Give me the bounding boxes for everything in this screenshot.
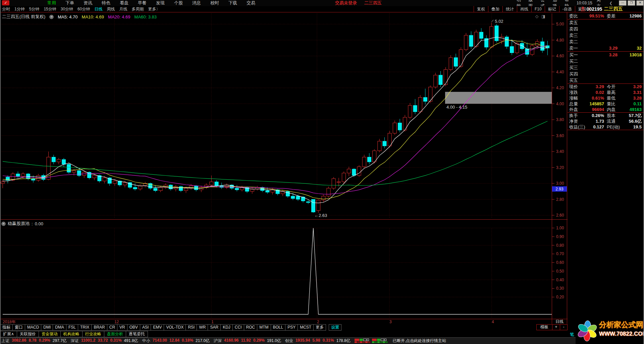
maximize-button[interactable]: ❐ [628, 0, 635, 6]
tab-zijin[interactable]: 资金驱动 [39, 331, 61, 337]
tab-settings[interactable]: 设置 [329, 324, 341, 331]
svg-text:4.00 - 4.15: 4.00 - 4.15 [446, 105, 467, 110]
tab-macd[interactable]: MACD [25, 324, 41, 331]
weibi-row: 委比 99.51% 委差 12986 [568, 13, 643, 19]
template-button[interactable]: 模板 [536, 324, 552, 330]
tab-cr[interactable]: CR [107, 324, 117, 331]
svg-text:0.90: 0.90 [556, 234, 564, 239]
svg-text:4: 4 [492, 320, 494, 324]
svg-text:←2.63: ←2.63 [314, 213, 327, 218]
tab-voltdx[interactable]: VOL-TDX [164, 324, 186, 331]
tab-dma[interactable]: DMA [53, 324, 66, 331]
tab-asi[interactable]: ASI [140, 324, 151, 331]
index-hushen[interactable]: 沪深4160.9611.920.29%191.0亿 [214, 338, 281, 344]
indicator-sep: : [32, 221, 33, 226]
tab-wr[interactable]: WR [197, 324, 208, 331]
site-logo: 分析家公式网 WWW.70822.COM [576, 319, 643, 344]
minimize-button[interactable]: — [619, 0, 627, 6]
svg-text:4.60: 4.60 [556, 54, 564, 58]
quote-panel: 委比 99.51% 委差 12986 卖五 卖四 卖三 卖二 卖一3.2932 … [568, 13, 643, 142]
sell-row-1[interactable]: 卖一3.2932 [568, 45, 643, 51]
split-pane-icon[interactable]: ◨ [541, 14, 545, 19]
tab-brar[interactable]: BRAR [91, 324, 107, 331]
svg-text:4.80: 4.80 [556, 38, 564, 43]
svg-text:3.00: 3.00 [556, 181, 564, 186]
tab-obv[interactable]: OBV [127, 324, 140, 331]
buy-row-5[interactable]: 买五 [568, 77, 643, 83]
tab-fsl[interactable]: FSL [66, 324, 78, 331]
tab-mtm[interactable]: MTM [257, 324, 271, 331]
svg-text:3.20: 3.20 [556, 165, 564, 170]
index-shangzheng[interactable]: 上证3082.868.780.29%297.7亿 [1, 338, 67, 344]
chevron-down-icon[interactable]: ˅ [1, 222, 6, 226]
pen-tool[interactable]: 笔 [570, 332, 574, 338]
stock-name: 二三四五 [604, 6, 623, 12]
tab-panmian[interactable]: 盘面分析 [104, 331, 126, 337]
index-chuangye[interactable]: 创业1935.945.980.31%178.8亿 [285, 338, 351, 344]
tab-expand[interactable]: 扩展∧ [0, 331, 17, 337]
ma10-label: MA10: 4.69 [82, 14, 104, 19]
sell-row-4[interactable]: 卖四 [568, 26, 643, 32]
ma5-label: MA5: 4.70 [58, 14, 77, 19]
svg-text:2.60: 2.60 [556, 213, 564, 218]
sell-row-5[interactable]: 卖五 [568, 19, 643, 26]
buy-row-3[interactable]: 买三 [568, 64, 643, 71]
diamond-icon[interactable]: ◇ [535, 14, 538, 19]
chart-title: 二三四五(日线 前复权) [2, 14, 45, 20]
svg-text:0.70: 0.70 [556, 251, 564, 256]
chevron-down-icon[interactable]: ˅ [49, 15, 54, 19]
connection-status[interactable]: 已断开,点击此处连接行情主站 [393, 338, 446, 344]
svg-text:2.93: 2.93 [555, 187, 564, 191]
extension-tabs: 扩展∧ 关联报价 资金驱动 机构攻略 行业攻略 盘面分析 逐笔委托 [0, 331, 568, 337]
tab-boll[interactable]: BOLL [271, 324, 286, 331]
quote-row: 总量145857量比0.11 [568, 101, 643, 107]
buy-row-2[interactable]: 买二 [568, 58, 643, 64]
svg-text:2: 2 [317, 320, 319, 324]
tab-jigou[interactable]: 机构攻略 [60, 331, 83, 337]
tab-guanlian[interactable]: 关联报价 [17, 331, 39, 337]
svg-text:0.60: 0.60 [556, 260, 564, 265]
quote-row: 涨跌0.02最高3.31 [568, 90, 643, 95]
tab-kdj[interactable]: KDJ [220, 324, 233, 331]
tab-hangye[interactable]: 行业攻略 [82, 331, 104, 337]
svg-text:5.02: 5.02 [495, 19, 503, 24]
tab-vr[interactable]: VR [117, 324, 127, 331]
svg-text:5.00: 5.00 [556, 22, 564, 26]
tab-more[interactable]: 更多 [313, 324, 326, 331]
stock-identity: R 500 002195 二三四五 [581, 6, 623, 12]
sell-row-2[interactable]: 卖二 [568, 39, 643, 45]
tab-roc[interactable]: ROC [244, 324, 258, 331]
tab-rsi[interactable]: RSI [185, 324, 197, 331]
flower-logo-icon [576, 320, 598, 342]
tab-dmi[interactable]: DMI [41, 324, 53, 331]
tab-psy[interactable]: PSY [285, 324, 298, 331]
close-button[interactable]: ✕ [636, 0, 644, 6]
tab-trix[interactable]: TRIX [78, 324, 92, 331]
weicha-value: 12986 [615, 13, 642, 18]
tab-zhubi[interactable]: 逐笔委托 [126, 331, 148, 337]
svg-text:1: 1 [211, 320, 214, 324]
buy-row-1[interactable]: 买一3.2813018 [568, 52, 643, 58]
ma60-label: MA60: 3.83 [135, 14, 157, 19]
collapse-arrow-icon[interactable]: ❮ [609, 1, 612, 5]
index-shenzheng[interactable]: 深证11001.233.720.31%491.8亿 [71, 338, 138, 344]
zoom-in-button[interactable]: + [552, 324, 560, 330]
market-signal-blocks [355, 339, 370, 343]
svg-text:12: 12 [114, 320, 119, 324]
tab-zhibiao[interactable]: 指标 [0, 324, 13, 331]
tab-cci[interactable]: CCI [232, 324, 244, 331]
logo-site-name: 分析家公式网 [599, 320, 643, 330]
tab-chuangkou[interactable]: 窗口 [12, 324, 25, 331]
zoom-out-button[interactable]: - [560, 324, 568, 330]
candlestick-chart[interactable]: 2018年1212342.602.803.003.203.403.603.804… [0, 0, 568, 325]
tab-sar[interactable]: SAR [208, 324, 221, 331]
sell-row-3[interactable]: 卖三 [568, 32, 643, 39]
buy-row-4[interactable]: 买四 [568, 71, 643, 77]
system-clock: 10:03:15 [577, 1, 592, 5]
svg-text:4.00: 4.00 [556, 102, 564, 106]
svg-text:0.30: 0.30 [556, 286, 564, 291]
tab-emv[interactable]: EMV [151, 324, 164, 331]
tab-mcst[interactable]: MCST [298, 324, 314, 331]
index-zhongxiao[interactable]: 中小7143.0012.840.18%217.0亿 [142, 338, 210, 344]
svg-text:0.20: 0.20 [556, 295, 564, 299]
